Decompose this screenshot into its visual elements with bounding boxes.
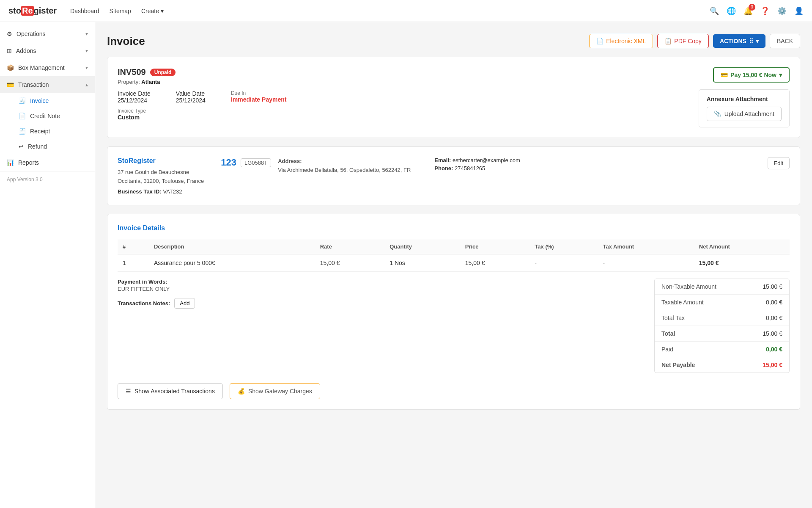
company-address1: 37 rue Gouin de Beauchesne [118, 168, 204, 177]
nav-dashboard[interactable]: Dashboard [70, 8, 99, 14]
user-avatar[interactable]: 👤 [794, 6, 804, 16]
credit-note-icon: 📄 [19, 113, 26, 119]
value-date-block: Value Date 25/12/2024 [176, 90, 206, 104]
upload-icon: 📎 [714, 110, 721, 117]
due-in-value: Immediate Payment [231, 96, 287, 103]
nav-create[interactable]: Create ▾ [141, 8, 164, 14]
summary-total: Total 15,00 € [655, 326, 789, 342]
invoice-date-block: Invoice Date 25/12/2024 [118, 90, 151, 104]
due-in-block: Due In Immediate Payment [231, 90, 287, 104]
invoice-date-value: 25/12/2024 [118, 97, 151, 104]
sidebar-item-operations[interactable]: ⚙ Operations ▾ [0, 25, 95, 42]
summary-non-taxable: Non-Taxable Amount 15,00 € [655, 279, 789, 295]
summary-table: Non-Taxable Amount 15,00 € Taxable Amoun… [654, 279, 790, 373]
sidebar-item-addons[interactable]: ⊞ Addons ▾ [0, 42, 95, 59]
back-button[interactable]: BACK [770, 34, 800, 48]
pdf-icon: 📋 [664, 38, 672, 44]
show-associated-transactions-button[interactable]: ☰ Show Associated Transactions [118, 383, 223, 399]
company-tax: Business Tax ID: VAT232 [118, 188, 204, 195]
sidebar: ⚙ Operations ▾ ⊞ Addons ▾ 📦 Box Manageme… [0, 22, 95, 508]
transaction-notes: Transactions Notes: Add [118, 298, 195, 309]
invoice-details-card: Invoice Details # Description Rate Quant… [107, 214, 800, 410]
col-tax-amount: Tax Amount [598, 239, 694, 254]
sidebar-item-invoice[interactable]: 🧾 Invoice [0, 93, 95, 108]
globe-icon[interactable]: 🌐 [727, 6, 736, 16]
value-date-value: 25/12/2024 [176, 97, 206, 104]
chevron-up-icon: ▴ [85, 82, 88, 88]
table-row: 1 Assurance pour 5 000€ 15,00 € 1 Nos 15… [118, 254, 790, 271]
settings-icon[interactable]: ⚙️ [777, 6, 787, 16]
summary-total-tax: Total Tax 0,00 € [655, 310, 789, 326]
pdf-button[interactable]: 📋 PDF Copy [657, 34, 709, 48]
invoice-property: Property: Atlanta [118, 79, 286, 85]
gateway-icon: 💰 [238, 388, 245, 395]
nav-sitemap[interactable]: Sitemap [110, 8, 131, 14]
sidebar-item-credit-note[interactable]: 📄 Credit Note [0, 108, 95, 124]
summary-paid: Paid 0,00 € [655, 342, 789, 357]
logo-gister: gister [34, 6, 57, 16]
topnav: stoRegister Dashboard Sitemap Create ▾ 🔍… [0, 0, 812, 22]
logo[interactable]: stoRegister [8, 6, 57, 16]
upload-attachment-button[interactable]: 📎 Upload Attachment [707, 107, 782, 121]
customer-info: 123 LG0588T Address: Via Archimede Bella… [221, 157, 767, 175]
invoice-table: # Description Rate Quantity Price Tax (%… [118, 239, 790, 272]
receipt-icon: 🧾 [19, 128, 26, 135]
sidebar-item-transaction[interactable]: 💳 Transaction ▴ [0, 76, 95, 93]
main-content: Invoice 📄 Electronic XML 📋 PDF Copy ACTI… [95, 22, 812, 508]
logo-sto: sto [8, 6, 21, 16]
sidebar-item-receipt[interactable]: 🧾 Receipt [0, 124, 95, 139]
payment-words-value: EUR FIFTEEN ONLY [118, 286, 195, 292]
page-header: Invoice 📄 Electronic XML 📋 PDF Copy ACTI… [107, 34, 800, 48]
annexure-box: Annexure Attachment 📎 Upload Attachment [699, 89, 790, 127]
add-notes-button[interactable]: Add [174, 298, 195, 309]
customer-tag: LG0588T [241, 158, 271, 167]
chevron-down-icon: ▾ [85, 65, 88, 71]
addons-icon: ⊞ [7, 47, 12, 54]
invoice-icon: 🧾 [19, 97, 26, 104]
reports-icon: 📊 [7, 159, 14, 166]
col-quantity: Quantity [384, 239, 460, 254]
payment-words: Payment in Words: EUR FIFTEEN ONLY [118, 279, 195, 292]
invoice-type-block: Invoice Type Custom [118, 108, 286, 121]
bottom-actions: ☰ Show Associated Transactions 💰 Show Ga… [118, 383, 790, 399]
chevron-down-icon: ▾ [85, 31, 88, 37]
sidebar-item-refund[interactable]: ↩ Refund [0, 139, 95, 154]
annexure-title: Annexure Attachment [707, 96, 782, 102]
wallet-icon: 💳 [721, 72, 728, 78]
customer-address: Via Archimede Bellatalla, 56, Ospedalett… [278, 166, 411, 175]
xml-button[interactable]: 📄 Electronic XML [589, 34, 653, 48]
transaction-icon: 💳 [7, 81, 14, 88]
summary-taxable: Taxable Amount 0,00 € [655, 295, 789, 310]
edit-button[interactable]: Edit [768, 157, 790, 169]
actions-button[interactable]: ACTIONS ⠿ ▾ [713, 34, 765, 48]
sidebar-item-box-management[interactable]: 📦 Box Management ▾ [0, 59, 95, 76]
invoice-info-card: INV509 Unpaid Property: Atlanta Invoice … [107, 57, 800, 138]
header-actions: 📄 Electronic XML 📋 PDF Copy ACTIONS ⠿ ▾ … [589, 34, 800, 48]
logo-re: Re [21, 6, 34, 16]
dropdown-icon: ▾ [756, 38, 759, 44]
pay-now-button[interactable]: 💳 Pay 15,00 € Now ▾ [713, 67, 790, 83]
company-name: StoRegister [118, 157, 204, 165]
chevron-down-icon: ▾ [85, 48, 88, 54]
customer-address-label: Address: [278, 157, 411, 166]
invoice-bottom: Payment in Words: EUR FIFTEEN ONLY Trans… [118, 272, 790, 373]
chevron-down-icon: ▾ [779, 72, 782, 78]
help-icon[interactable]: ❓ [760, 6, 770, 16]
chevron-down-icon: ▾ [161, 8, 164, 14]
company-customer-card: StoRegister 37 rue Gouin de Beauchesne O… [107, 146, 800, 205]
col-net-amount: Net Amount [694, 239, 790, 254]
company-address2: Occitania, 31200, Toulouse, France [118, 177, 204, 186]
col-num: # [118, 239, 149, 254]
company-info: StoRegister 37 rue Gouin de Beauchesne O… [118, 157, 204, 195]
xml-icon: 📄 [596, 38, 604, 44]
app-version: App Version 3.0 [0, 171, 95, 188]
invoice-type-value: Custom [118, 114, 286, 121]
notification-badge: 3 [749, 4, 755, 11]
show-gateway-charges-button[interactable]: 💰 Show Gateway Charges [230, 383, 320, 399]
invoice-number: INV509 Unpaid [118, 67, 176, 77]
search-icon[interactable]: 🔍 [710, 6, 719, 16]
col-rate: Rate [315, 239, 385, 254]
topnav-right: 🔍 🌐 🔔 3 ❓ ⚙️ 👤 [710, 6, 804, 16]
sidebar-item-reports[interactable]: 📊 Reports [0, 154, 95, 171]
notifications-icon[interactable]: 🔔 3 [743, 6, 753, 16]
